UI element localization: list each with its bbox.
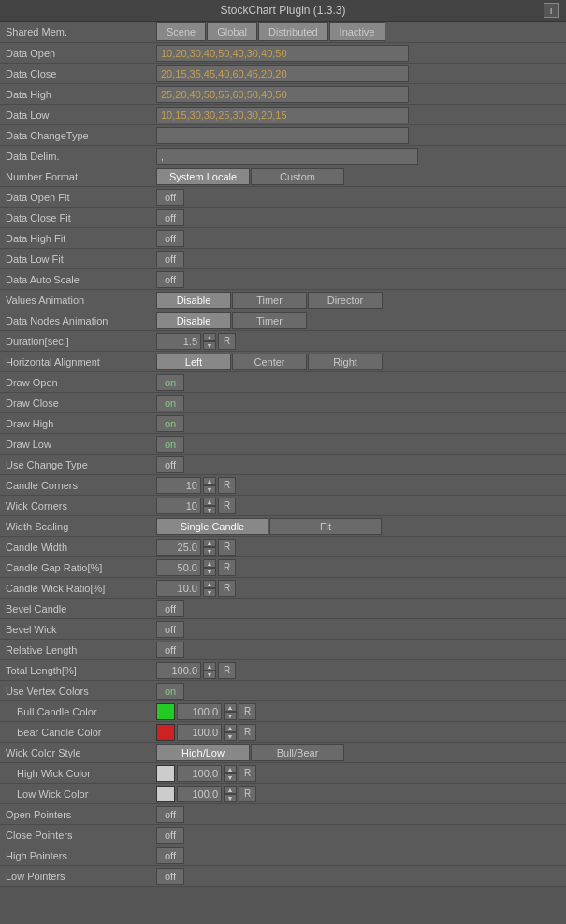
high-wick-color-down[interactable]: ▼: [224, 773, 237, 782]
wick-color-style-row: Wick Color Style High/Low Bull/Bear: [0, 743, 566, 763]
shared-mem-scene[interactable]: Scene: [156, 22, 206, 41]
low-pointers-badge[interactable]: off: [156, 868, 184, 885]
data-close-input[interactable]: [156, 65, 409, 82]
candle-wick-ratio-input[interactable]: [156, 580, 201, 597]
data-delim-input[interactable]: [156, 148, 418, 165]
values-anim-director[interactable]: Director: [308, 292, 383, 309]
candle-wick-ratio-down[interactable]: ▼: [203, 588, 216, 597]
low-wick-color-up[interactable]: ▲: [224, 786, 237, 794]
bevel-candle-badge[interactable]: off: [156, 600, 184, 617]
wick-corners-reset[interactable]: R: [218, 498, 236, 514]
data-high-input[interactable]: [156, 86, 409, 103]
bear-candle-color-reset[interactable]: R: [239, 724, 256, 741]
candle-gap-ratio-reset[interactable]: R: [218, 559, 236, 576]
align-right[interactable]: Right: [308, 354, 383, 370]
low-wick-color-reset[interactable]: R: [239, 786, 256, 802]
candle-width-up[interactable]: ▲: [203, 539, 216, 547]
candle-wick-ratio-row: Candle Wick Ratio[%] ▲ ▼ R: [0, 578, 566, 599]
close-pointers-badge[interactable]: off: [156, 827, 184, 844]
total-length-input[interactable]: [156, 662, 201, 679]
draw-low-badge[interactable]: on: [156, 436, 184, 453]
draw-close-badge[interactable]: on: [156, 395, 184, 411]
shared-mem-global[interactable]: Global: [207, 22, 257, 41]
bull-candle-color-input[interactable]: [177, 703, 222, 720]
duration-reset[interactable]: R: [218, 333, 236, 350]
wick-corners-up[interactable]: ▲: [203, 498, 216, 506]
data-open-input[interactable]: [156, 45, 409, 62]
shared-mem-inactive[interactable]: Inactive: [329, 22, 385, 41]
data-low-input[interactable]: [156, 107, 409, 123]
candle-gap-ratio-up[interactable]: ▲: [203, 559, 216, 568]
number-format-custom[interactable]: Custom: [251, 168, 344, 185]
open-pointers-badge[interactable]: off: [156, 806, 184, 823]
wick-color-style-label: Wick Color Style: [2, 747, 156, 758]
high-pointers-badge[interactable]: off: [156, 847, 184, 864]
shared-mem-group: Scene Global Distributed Inactive: [156, 22, 385, 41]
candle-width-input[interactable]: [156, 539, 201, 556]
width-scaling-single[interactable]: Single Candle: [156, 518, 268, 535]
candle-width-down[interactable]: ▼: [203, 547, 216, 556]
values-anim-timer[interactable]: Timer: [232, 292, 307, 309]
bull-candle-color-up[interactable]: ▲: [224, 703, 237, 712]
candle-corners-up[interactable]: ▲: [203, 477, 216, 485]
data-open-fit-badge[interactable]: off: [156, 189, 184, 206]
draw-open-badge[interactable]: on: [156, 374, 184, 391]
candle-wick-ratio-reset[interactable]: R: [218, 580, 236, 597]
candle-gap-ratio-input[interactable]: [156, 559, 201, 576]
wick-corners-down[interactable]: ▼: [203, 506, 216, 514]
candle-wick-ratio-up[interactable]: ▲: [203, 580, 216, 588]
data-close-fit-badge[interactable]: off: [156, 209, 184, 226]
data-auto-scale-badge[interactable]: off: [156, 271, 184, 288]
align-center[interactable]: Center: [232, 354, 307, 370]
nodes-anim-timer[interactable]: Timer: [232, 312, 307, 329]
bevel-wick-badge[interactable]: off: [156, 621, 184, 638]
bear-candle-color-down[interactable]: ▼: [224, 732, 237, 741]
low-wick-color-swatch[interactable]: [156, 786, 175, 802]
data-open-label: Data Open: [2, 48, 156, 59]
candle-corners-reset[interactable]: R: [218, 477, 236, 494]
draw-high-badge[interactable]: on: [156, 415, 184, 432]
align-left[interactable]: Left: [156, 354, 231, 370]
bear-candle-color-input[interactable]: [177, 724, 222, 741]
candle-corners-down[interactable]: ▼: [203, 485, 216, 494]
duration-down[interactable]: ▼: [203, 341, 216, 350]
width-scaling-fit[interactable]: Fit: [269, 518, 382, 535]
info-button[interactable]: i: [544, 3, 559, 18]
data-high-fit-badge[interactable]: off: [156, 230, 184, 247]
low-wick-color-down[interactable]: ▼: [224, 794, 237, 802]
total-length-up[interactable]: ▲: [203, 662, 216, 671]
bear-candle-color-up[interactable]: ▲: [224, 724, 237, 732]
candle-corners-input[interactable]: [156, 477, 201, 494]
duration-up[interactable]: ▲: [203, 333, 216, 341]
use-vertex-colors-badge[interactable]: on: [156, 683, 184, 700]
high-wick-color-input[interactable]: [177, 765, 222, 782]
bull-candle-color-reset[interactable]: R: [239, 703, 256, 720]
total-length-reset[interactable]: R: [218, 662, 236, 679]
values-anim-disable[interactable]: Disable: [156, 292, 231, 309]
wick-color-bullbear[interactable]: Bull/Bear: [251, 744, 344, 761]
data-changetype-input[interactable]: [156, 127, 409, 144]
candle-gap-ratio-down[interactable]: ▼: [203, 568, 216, 576]
candle-width-reset[interactable]: R: [218, 539, 236, 556]
high-wick-color-up[interactable]: ▲: [224, 765, 237, 773]
bull-candle-color-swatch[interactable]: [156, 703, 175, 720]
candle-corners-label: Candle Corners: [2, 480, 156, 491]
nodes-anim-disable[interactable]: Disable: [156, 312, 231, 329]
relative-length-badge[interactable]: off: [156, 642, 184, 658]
high-wick-color-reset[interactable]: R: [239, 765, 256, 782]
wick-corners-input[interactable]: [156, 498, 201, 514]
high-wick-color-swatch[interactable]: [156, 765, 175, 782]
bear-candle-color-controls: ▲ ▼ R: [156, 724, 256, 741]
horiz-align-row: Horizontal Alignment Left Center Right: [0, 352, 566, 372]
total-length-down[interactable]: ▼: [203, 671, 216, 679]
wick-color-highlow[interactable]: High/Low: [156, 744, 250, 761]
duration-input[interactable]: [156, 333, 201, 350]
use-change-type-badge[interactable]: off: [156, 456, 184, 473]
shared-mem-distributed[interactable]: Distributed: [258, 22, 328, 41]
bull-candle-color-down[interactable]: ▼: [224, 712, 237, 720]
low-wick-color-input[interactable]: [177, 786, 222, 802]
bear-candle-color-swatch[interactable]: [156, 724, 175, 741]
relative-length-row: Relative Length off: [0, 640, 566, 660]
data-low-fit-badge[interactable]: off: [156, 251, 184, 267]
number-format-system[interactable]: System Locale: [156, 168, 250, 185]
